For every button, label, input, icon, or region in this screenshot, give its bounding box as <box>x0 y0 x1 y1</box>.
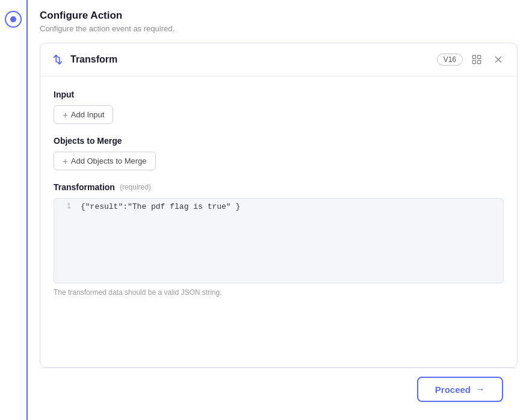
code-editor-body: 1 {"result":"The pdf flag is true" } <box>54 199 503 283</box>
transformation-label: Transformation <box>54 182 115 192</box>
transformation-section: Transformation (required) 1 {"result":"T… <box>54 182 504 297</box>
add-objects-button[interactable]: + Add Objects to Merge <box>54 152 156 170</box>
code-editor[interactable]: 1 {"result":"The pdf flag is true" } <box>54 198 504 283</box>
svg-rect-2 <box>472 61 475 64</box>
objects-to-merge-section: Objects to Merge + Add Objects to Merge <box>54 136 504 170</box>
version-badge: V16 <box>437 54 463 66</box>
svg-rect-1 <box>478 55 481 58</box>
helper-text: The transformed data should be a valid J… <box>54 288 504 297</box>
add-input-label: Add Input <box>71 110 105 119</box>
code-line-1: 1 {"result":"The pdf flag is true" } <box>54 199 503 217</box>
page-container: Configure Action Configure the action ev… <box>0 0 532 420</box>
add-objects-label: Add Objects to Merge <box>71 156 147 165</box>
required-label: (required) <box>120 183 151 191</box>
line-content-1: {"result":"The pdf flag is true" } <box>76 199 503 215</box>
transformation-header: Transformation (required) <box>54 182 504 192</box>
proceed-label: Proceed <box>435 384 471 395</box>
proceed-arrow-icon: → <box>475 384 485 395</box>
expand-button[interactable] <box>469 52 484 67</box>
footer: Proceed → <box>40 368 518 410</box>
page-subtitle: Configure the action event as required. <box>40 24 518 33</box>
page-title: Configure Action <box>40 10 518 22</box>
close-button[interactable] <box>490 52 506 67</box>
main-content: Configure Action Configure the action ev… <box>28 0 532 420</box>
card-header: Transform V16 <box>40 43 517 76</box>
plus-icon: + <box>63 110 68 119</box>
transform-icon <box>51 53 64 66</box>
card-actions <box>469 52 506 67</box>
left-rail <box>0 0 28 420</box>
add-input-button[interactable]: + Add Input <box>54 105 113 124</box>
card-body: Input + Add Input Objects to Merge + Add… <box>40 76 517 367</box>
plus-icon-2: + <box>63 156 68 165</box>
input-section-label: Input <box>54 90 504 99</box>
svg-rect-3 <box>478 61 481 64</box>
objects-section-label: Objects to Merge <box>54 136 504 146</box>
proceed-button[interactable]: Proceed → <box>417 377 503 402</box>
step-circle <box>5 11 22 28</box>
card-title: Transform <box>70 54 431 65</box>
line-number-1: 1 <box>54 199 76 214</box>
step-circle-inner <box>10 16 16 22</box>
svg-rect-0 <box>472 55 475 58</box>
input-section: Input + Add Input <box>54 90 504 124</box>
action-card: Transform V16 <box>40 43 518 368</box>
